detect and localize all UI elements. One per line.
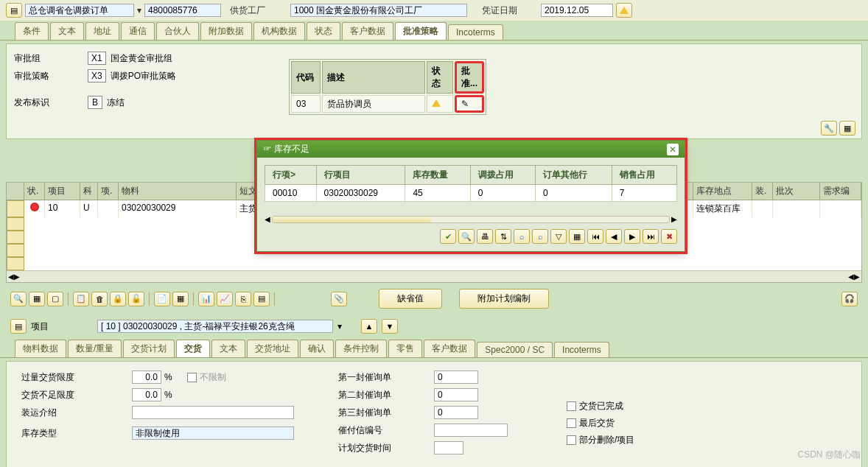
- scroll-right2-icon[interactable]: ▶: [854, 273, 860, 281]
- scroll-right-icon[interactable]: ▶: [671, 215, 677, 223]
- tab2-cust[interactable]: 客户数据: [424, 340, 475, 357]
- tab2-sched[interactable]: 交货计划: [123, 340, 175, 357]
- scroll-right-icon[interactable]: ▶: [14, 273, 20, 281]
- tool5-icon[interactable]: ⎘: [235, 292, 251, 306]
- check-icon[interactable]: ✔: [440, 229, 456, 244]
- ship-input[interactable]: [132, 406, 294, 419]
- tab-orgdata[interactable]: 机构数据: [253, 22, 305, 40]
- tab2-spec[interactable]: Spec2000 / SC: [477, 342, 553, 357]
- tab2-delivery[interactable]: 交货: [176, 340, 210, 357]
- copy-icon[interactable]: 📋: [73, 292, 89, 306]
- tab-status[interactable]: 状态: [307, 22, 340, 40]
- findnext-icon[interactable]: ⌕: [532, 229, 548, 244]
- detail2-icon[interactable]: 🔍: [458, 229, 475, 244]
- unlock-icon[interactable]: 🔓: [128, 292, 144, 306]
- expand-icon[interactable]: ▤: [6, 3, 22, 18]
- scrollbar-thumb[interactable]: [273, 217, 431, 222]
- dun1-input[interactable]: [434, 371, 478, 384]
- underdel-input[interactable]: [132, 388, 161, 401]
- tab2-confirm[interactable]: 确认: [300, 340, 334, 357]
- tab2-text[interactable]: 文本: [211, 340, 245, 357]
- plantime-input[interactable]: [434, 441, 463, 454]
- doc-number-input[interactable]: [144, 4, 221, 17]
- next2-icon[interactable]: ▶: [624, 229, 640, 244]
- doc-date-input[interactable]: [541, 4, 613, 17]
- tab-addldata[interactable]: 附加数据: [200, 22, 252, 40]
- print-icon[interactable]: 🖶: [477, 229, 493, 244]
- tab2-inco[interactable]: Incoterms: [554, 342, 609, 357]
- find-icon[interactable]: ⌕: [514, 229, 530, 244]
- close-icon[interactable]: ✕: [667, 144, 679, 155]
- overdel-input[interactable]: [132, 371, 161, 384]
- col-desc: 描述: [322, 61, 425, 94]
- tab2-addr[interactable]: 交货地址: [247, 340, 298, 357]
- scroll-left-icon[interactable]: ◀: [8, 273, 14, 281]
- tab-approval[interactable]: 批准策略: [395, 22, 447, 40]
- tab-custdata[interactable]: 客户数据: [342, 22, 393, 40]
- first-icon[interactable]: ⏮: [587, 229, 603, 244]
- attach-icon[interactable]: 📎: [331, 292, 347, 306]
- dun3-input[interactable]: [434, 406, 478, 419]
- tab2-material[interactable]: 物料数据: [15, 340, 66, 357]
- grid-icon[interactable]: ▦: [569, 229, 585, 244]
- tab2-qty[interactable]: 数量/重量: [68, 340, 122, 357]
- prev-item-icon[interactable]: ▲: [361, 319, 377, 334]
- cancel-icon[interactable]: ✖: [661, 229, 677, 244]
- tool6-icon[interactable]: ▤: [253, 292, 270, 306]
- table-row[interactable]: [7, 257, 861, 270]
- top-tabstrip: 条件 文本 地址 通信 合伙人 附加数据 机构数据 状态 客户数据 批准策略 I…: [0, 22, 868, 41]
- tab-text[interactable]: 文本: [50, 22, 84, 40]
- scrollbar-track[interactable]: [272, 216, 670, 223]
- deselect-icon[interactable]: ▢: [47, 292, 63, 306]
- item-dropdown[interactable]: [97, 320, 333, 333]
- filter-icon[interactable]: ▽: [550, 229, 567, 244]
- delivery-panel: 过量交货限度 % 不限制 交货不足限度 % 装运介绍 库存类型 第一封催询单: [6, 361, 862, 467]
- tab-partner[interactable]: 合伙人: [156, 22, 199, 40]
- plant-input[interactable]: [290, 4, 467, 17]
- dlg-col-line[interactable]: 行项>: [265, 166, 317, 185]
- tab-comm[interactable]: 通信: [121, 22, 155, 40]
- next-item-icon[interactable]: ▼: [382, 319, 398, 334]
- sort-icon[interactable]: ⇅: [495, 229, 511, 244]
- scroll-left-icon[interactable]: ◀: [265, 215, 270, 223]
- unlimited-checkbox[interactable]: [187, 373, 197, 382]
- dropdown-icon[interactable]: ▾: [137, 5, 141, 15]
- tool1-icon[interactable]: 📄: [154, 292, 170, 306]
- doc-type-dropdown[interactable]: [25, 4, 134, 17]
- delete-icon[interactable]: 🗑: [91, 292, 108, 306]
- tab-incoterms[interactable]: Incoterms: [448, 24, 503, 40]
- tool-icon[interactable]: 🔧: [821, 121, 837, 136]
- table-row[interactable]: 00010 03020030029 45 0 0 7: [265, 185, 677, 202]
- chk-partial[interactable]: [567, 435, 576, 445]
- dialog-scrollbar[interactable]: ◀ ▶: [257, 209, 685, 223]
- layout-icon[interactable]: ▦: [839, 121, 855, 136]
- chk-done[interactable]: [567, 401, 576, 411]
- chk-last[interactable]: [567, 418, 576, 428]
- plan-button[interactable]: 附加计划编制: [459, 289, 549, 309]
- date-help-icon[interactable]: [616, 3, 632, 18]
- default-button[interactable]: 缺省值: [379, 289, 442, 309]
- col-acct: 科: [80, 183, 98, 200]
- last-icon[interactable]: ⏭: [643, 229, 659, 244]
- tab-address[interactable]: 地址: [85, 22, 119, 40]
- tool4-icon[interactable]: 📈: [217, 292, 233, 306]
- underdel-label: 交货不足限度: [21, 389, 95, 401]
- stocktype-dropdown[interactable]: [132, 426, 294, 440]
- row-selector[interactable]: [7, 200, 24, 217]
- tab2-retail[interactable]: 零售: [388, 340, 422, 357]
- dunmsg-input[interactable]: [434, 424, 508, 437]
- help-icon[interactable]: 🎧: [841, 292, 858, 306]
- approve-button-cell[interactable]: ✎: [455, 95, 484, 113]
- scroll-left2-icon[interactable]: ◀: [848, 273, 854, 281]
- lock-icon[interactable]: 🔒: [110, 292, 126, 306]
- select-all-icon[interactable]: ▦: [29, 292, 45, 306]
- dun2-input[interactable]: [434, 388, 478, 401]
- dropdown2-icon[interactable]: ▾: [337, 321, 342, 331]
- expand2-icon[interactable]: ▤: [10, 319, 27, 334]
- tool2-icon[interactable]: ▦: [172, 292, 189, 306]
- prev-icon[interactable]: ◀: [606, 229, 622, 244]
- tab2-cond[interactable]: 条件控制: [335, 340, 387, 357]
- detail-icon[interactable]: 🔍: [10, 292, 27, 306]
- tool3-icon[interactable]: 📊: [198, 292, 214, 306]
- tab-conditions[interactable]: 条件: [15, 22, 49, 40]
